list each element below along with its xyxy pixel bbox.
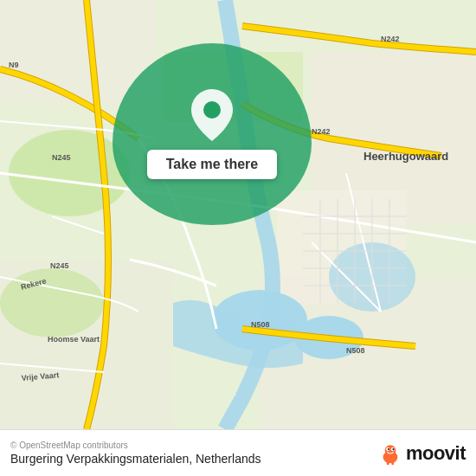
svg-point-6: [9, 130, 130, 216]
svg-point-33: [203, 101, 221, 119]
svg-text:Hoomse Vaart: Hoomse Vaart: [48, 335, 100, 344]
app: N9 N245 N245 N242 N242 N508 N508: [0, 0, 476, 476]
moovit-mascot-icon: [378, 441, 402, 466]
svg-text:N242: N242: [312, 127, 331, 136]
svg-text:N242: N242: [381, 35, 400, 43]
moovit-logo: moovit: [378, 441, 466, 466]
svg-point-35: [385, 445, 396, 456]
copyright-text: © OpenStreetMap contributors: [10, 441, 261, 450]
svg-rect-40: [387, 461, 389, 465]
svg-rect-41: [391, 461, 394, 465]
svg-text:N245: N245: [50, 261, 69, 270]
svg-text:N245: N245: [52, 153, 71, 162]
svg-text:N508: N508: [346, 346, 365, 355]
svg-point-7: [0, 268, 104, 338]
svg-text:N508: N508: [251, 320, 270, 329]
footer: © OpenStreetMap contributors Burgering V…: [0, 429, 476, 476]
moovit-brand-text: moovit: [406, 442, 466, 465]
location-pin-icon: [191, 89, 233, 141]
svg-point-39: [392, 448, 394, 450]
svg-text:N9: N9: [9, 61, 19, 69]
svg-point-38: [388, 448, 389, 450]
location-name: Burgering Verpakkingsmaterialen, Netherl…: [10, 452, 261, 466]
footer-left: © OpenStreetMap contributors Burgering V…: [10, 441, 261, 466]
take-me-there-button[interactable]: Take me there: [147, 150, 277, 179]
map-container: N9 N245 N245 N242 N242 N508 N508: [0, 0, 476, 429]
svg-text:Heerhugowaard: Heerhugowaard: [363, 150, 448, 163]
